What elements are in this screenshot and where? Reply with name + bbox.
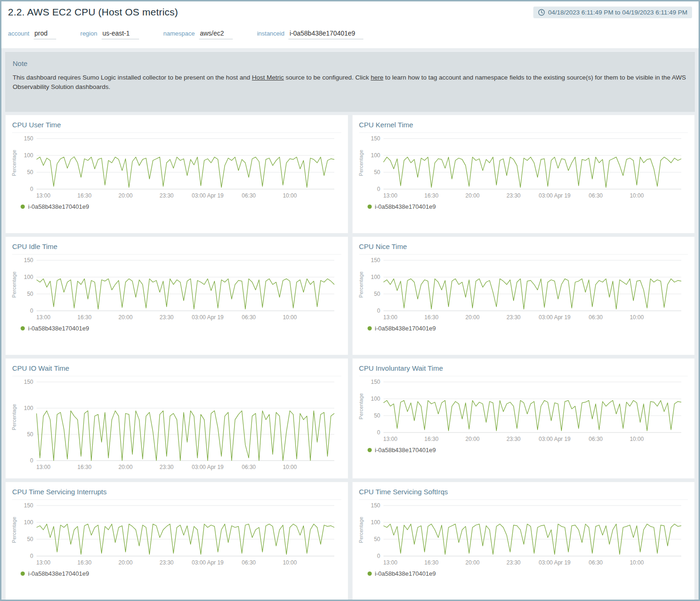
svg-text:13:00: 13:00 [383,192,397,199]
filter-region-label: region [81,30,97,37]
svg-text:50: 50 [27,169,34,176]
line-chart[interactable]: 05010015013:0016:3020:0023:3003:00 Apr 1… [18,257,341,323]
line-chart[interactable]: 05010015013:0016:3020:0023:3003:00 Apr 1… [18,135,341,201]
filter-instanceid: instanceid i-0a58b438e170401e9 [257,29,364,39]
filter-region-value[interactable]: us-east-1 [102,29,139,39]
y-axis-label: Percentage [358,271,364,298]
chart-legend-item[interactable]: i-0a58b438e170401e9 [21,203,341,210]
line-chart[interactable]: 05010015013:0016:3020:0023:3003:00 Apr 1… [365,257,688,323]
here-link[interactable]: here [371,74,383,81]
svg-text:16:30: 16:30 [424,192,438,199]
chart-title: CPU Time Servicing SoftIrqs [359,488,688,500]
chart-legend-item[interactable]: i-0a58b438e170401e9 [368,325,688,332]
svg-text:23:30: 23:30 [160,559,174,566]
legend-dot-icon [368,572,372,576]
svg-text:100: 100 [370,396,380,402]
svg-text:0: 0 [377,186,380,192]
svg-text:13:00: 13:00 [37,192,51,199]
svg-text:20:00: 20:00 [118,192,133,199]
filter-instanceid-value[interactable]: i-0a58b438e170401e9 [288,29,363,39]
chart-panel: CPU Nice Time Percentage 05010015013:001… [352,236,695,355]
svg-text:50: 50 [374,291,380,297]
line-chart[interactable]: 05010015013:0016:3020:0023:3003:00 Apr 1… [365,135,688,201]
legend-label: i-0a58b438e170401e9 [28,325,89,332]
note-text: This dashboard requires Sumo Logic insta… [13,73,687,91]
dashboard-page: { "header": { "title": "2.2. AWS EC2 CPU… [0,0,700,601]
chart-area: Percentage 05010015013:0016:3020:0023:30… [12,257,341,323]
line-chart[interactable]: 05010015013:0016:3020:0023:3003:00 Apr 1… [365,502,688,568]
svg-text:10:00: 10:00 [629,559,643,566]
svg-text:06:30: 06:30 [242,192,256,199]
chart-panel: CPU User Time Percentage 05010015013:001… [5,115,348,234]
filter-account: account prod [8,29,56,39]
legend-label: i-0a58b438e170401e9 [375,447,436,454]
time-range-label: 04/18/2023 6:11:49 PM to 04/19/2023 6:11… [548,9,687,16]
svg-text:13:00: 13:00 [383,436,397,442]
chart-panel: CPU Time Servicing Interrupts Percentage… [5,482,348,601]
svg-text:10:00: 10:00 [629,436,643,442]
chart-title: CPU Kernel Time [359,121,688,133]
svg-text:0: 0 [30,186,33,192]
legend-dot-icon [21,326,25,330]
svg-text:10:00: 10:00 [629,192,643,199]
svg-text:0: 0 [30,308,33,314]
svg-text:20:00: 20:00 [465,436,479,442]
svg-text:100: 100 [370,152,380,159]
line-chart[interactable]: 05010015013:0016:3020:0023:3003:00 Apr 1… [18,378,341,473]
svg-text:150: 150 [370,502,380,509]
svg-text:23:30: 23:30 [506,314,520,321]
svg-text:10:00: 10:00 [283,192,297,199]
legend-dot-icon [368,205,372,209]
line-chart[interactable]: 05010015013:0016:3020:0023:3003:00 Apr 1… [18,502,341,568]
y-axis-label: Percentage [11,517,17,543]
filter-namespace-value[interactable]: aws/ec2 [199,29,233,39]
time-range-picker[interactable]: 04/18/2023 6:11:49 PM to 04/19/2023 6:11… [533,7,692,18]
svg-text:150: 150 [24,257,33,264]
chart-panel: CPU Kernel Time Percentage 05010015013:0… [352,115,695,234]
host-metric-link[interactable]: Host Metric [252,74,284,81]
chart-legend-item[interactable]: i-0a58b438e170401e9 [368,203,688,210]
svg-text:03:00 Apr 19: 03:00 Apr 19 [192,464,223,470]
chart-area: Percentage 05010015013:0016:3020:0023:30… [359,257,688,323]
legend-label: i-0a58b438e170401e9 [375,325,436,332]
svg-text:150: 150 [370,379,380,385]
y-axis-label: Percentage [358,517,364,543]
chart-legend-item[interactable]: i-0a58b438e170401e9 [21,325,341,332]
svg-text:06:30: 06:30 [242,314,256,321]
svg-text:0: 0 [377,308,380,314]
chart-title: CPU IO Wait Time [12,364,341,376]
svg-text:13:00: 13:00 [383,559,397,566]
svg-text:0: 0 [377,429,380,436]
y-axis-label: Percentage [11,271,17,298]
svg-text:03:00 Apr 19: 03:00 Apr 19 [538,436,570,442]
svg-text:06:30: 06:30 [242,464,256,470]
chart-legend-item[interactable]: i-0a58b438e170401e9 [368,570,688,577]
filter-namespace: namespace aws/ec2 [163,29,233,39]
svg-text:06:30: 06:30 [589,314,603,321]
svg-text:13:00: 13:00 [37,464,51,470]
svg-text:20:00: 20:00 [118,464,133,470]
line-chart[interactable]: 05010015013:0016:3020:0023:3003:00 Apr 1… [365,378,688,445]
svg-text:150: 150 [370,135,380,142]
svg-text:0: 0 [377,553,380,559]
svg-text:16:30: 16:30 [77,314,91,321]
filter-account-value[interactable]: prod [34,29,56,39]
svg-text:50: 50 [374,169,380,176]
svg-text:23:30: 23:30 [506,192,520,199]
y-axis-label: Percentage [11,150,17,176]
svg-text:0: 0 [30,457,33,464]
svg-text:20:00: 20:00 [465,314,479,321]
svg-text:03:00 Apr 19: 03:00 Apr 19 [192,559,223,566]
svg-text:150: 150 [24,135,33,142]
chart-legend-item[interactable]: i-0a58b438e170401e9 [21,570,341,577]
legend-dot-icon [21,205,25,209]
svg-text:06:30: 06:30 [589,559,603,566]
svg-text:100: 100 [370,274,380,280]
svg-text:06:30: 06:30 [589,192,603,199]
chart-legend-item[interactable]: i-0a58b438e170401e9 [368,447,688,454]
chart-panel: CPU Time Servicing SoftIrqs Percentage 0… [352,482,695,601]
svg-text:20:00: 20:00 [118,314,133,321]
chart-panel: CPU Idle Time Percentage 05010015013:001… [5,236,348,355]
y-axis-label: Percentage [358,150,364,176]
chart-area: Percentage 05010015013:0016:3020:0023:30… [12,378,341,473]
